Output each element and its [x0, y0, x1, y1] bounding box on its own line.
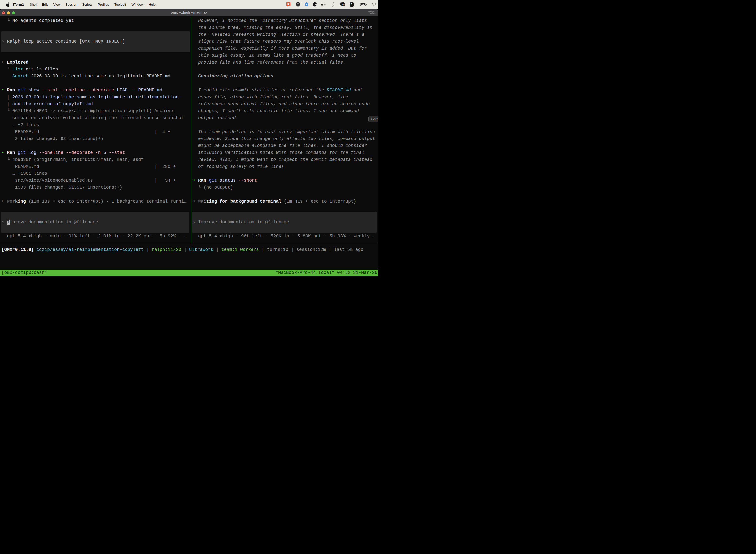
svg-text:1: 1 — [374, 11, 376, 14]
svg-text:..61: ..61 — [341, 3, 345, 6]
